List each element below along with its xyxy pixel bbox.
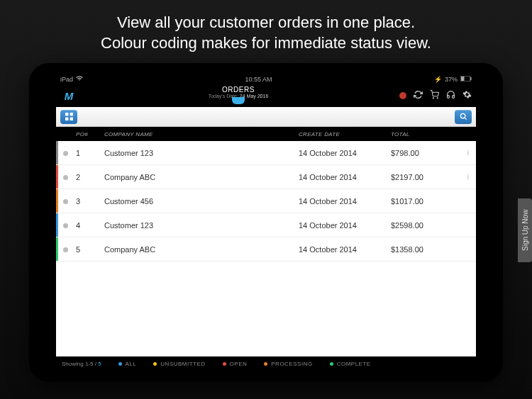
table-row[interactable]: 3 Customer 456 14 October 2014 $1017.00: [56, 189, 476, 213]
status-stripe: [56, 213, 58, 237]
app-footer: Showing 1-5 / 5 ALL UNSUBMITTED OPEN PRO…: [56, 356, 476, 371]
tablet-screen: iPad 10:55 AM ⚡ 37% M ORDERS Today's Dat…: [56, 74, 476, 371]
cell-total: $798.00: [391, 149, 455, 157]
ios-statusbar: iPad 10:55 AM ⚡ 37%: [56, 74, 476, 84]
cart-icon[interactable]: [430, 90, 439, 101]
svg-rect-6: [70, 113, 72, 116]
cell-po: 5: [76, 245, 104, 254]
cell-total: $1358.00: [391, 245, 455, 254]
marketing-headline: View all your customer orders in one pla…: [0, 0, 532, 63]
header-title-block: ORDERS Today's Date: 24 May 2016: [209, 86, 269, 106]
cell-company: Customer 123: [104, 221, 299, 230]
charging-icon: ⚡: [434, 76, 442, 83]
table-row[interactable]: 5 Company ABC 14 October 2014 $1358.00: [56, 237, 476, 262]
toolbar: [56, 107, 476, 127]
cell-date: 14 October 2014: [299, 173, 391, 181]
signup-tab[interactable]: Sign Up Now: [518, 198, 532, 262]
legend-dot-icon: [330, 362, 333, 366]
cell-company: Customer 456: [104, 197, 299, 206]
table-row[interactable]: 4 Customer 123 14 October 2014 $2598.00: [56, 213, 476, 237]
status-stripe: [56, 165, 58, 189]
status-dot-icon: [63, 175, 68, 180]
cell-po: 3: [76, 197, 104, 206]
table-body[interactable]: 1 Customer 123 14 October 2014 $798.00 i…: [56, 141, 476, 356]
cell-po: 2: [76, 173, 104, 181]
app-header: M ORDERS Today's Date: 24 May 2016: [56, 84, 476, 107]
svg-rect-1: [461, 77, 465, 81]
sync-indicator[interactable]: [232, 97, 245, 104]
svg-point-3: [433, 98, 433, 99]
svg-point-4: [437, 98, 438, 99]
table-row[interactable]: 1 Customer 123 14 October 2014 $798.00 i: [56, 141, 476, 165]
legend-dot-icon: [153, 362, 157, 366]
clock: 10:55 AM: [245, 76, 272, 83]
row-action-icon[interactable]: i: [455, 173, 469, 181]
legend-dot-icon: [118, 362, 122, 366]
col-header-po[interactable]: PO#: [76, 131, 104, 137]
grid-view-button[interactable]: [60, 110, 77, 124]
col-header-company[interactable]: COMPANY NAME: [104, 131, 299, 137]
svg-rect-5: [65, 113, 68, 116]
svg-rect-7: [65, 118, 68, 120]
legend-label: COMPLETE: [337, 361, 371, 367]
svg-point-9: [460, 114, 465, 118]
paging-prefix: Showing 1-5 /: [62, 361, 98, 367]
legend-label: PROCESSING: [271, 361, 312, 367]
cell-company: Company ABC: [104, 245, 299, 254]
cell-date: 14 October 2014: [299, 221, 391, 230]
cell-total: $2598.00: [391, 221, 455, 230]
legend-label: OPEN: [230, 361, 248, 367]
cell-company: Customer 123: [104, 149, 299, 157]
legend-unsubmitted[interactable]: UNSUBMITTED: [153, 361, 205, 367]
legend-all[interactable]: ALL: [118, 361, 137, 367]
table-header: PO# COMPANY NAME CREATE DATE TOTAL: [56, 127, 476, 141]
refresh-icon[interactable]: [414, 90, 423, 101]
legend-dot-icon: [264, 362, 267, 366]
legend-complete[interactable]: COMPLETE: [330, 361, 371, 367]
notification-badge[interactable]: [399, 92, 406, 99]
cell-date: 14 October 2014: [299, 245, 391, 254]
legend-processing[interactable]: PROCESSING: [264, 361, 312, 367]
cell-total: $1017.00: [391, 197, 455, 206]
row-action-icon[interactable]: i: [455, 149, 469, 157]
status-dot-icon: [63, 223, 68, 228]
status-stripe: [56, 141, 58, 164]
cell-total: $2197.00: [391, 173, 455, 181]
col-header-date[interactable]: CREATE DATE: [299, 131, 391, 137]
cell-company: Company ABC: [104, 173, 299, 181]
page-title: ORDERS: [209, 86, 269, 94]
headset-icon[interactable]: [446, 90, 455, 101]
wifi-icon: [76, 76, 83, 83]
legend-open[interactable]: OPEN: [223, 361, 248, 367]
battery-percent: 37%: [445, 76, 458, 83]
table-row[interactable]: 2 Company ABC 14 October 2014 $2197.00 i: [56, 165, 476, 189]
svg-rect-2: [470, 77, 472, 80]
device-label: iPad: [60, 76, 73, 83]
cell-po: 1: [76, 149, 104, 157]
status-legend: ALL UNSUBMITTED OPEN PROCESSING COMPLETE: [118, 361, 371, 367]
cell-date: 14 October 2014: [299, 197, 391, 206]
cell-date: 14 October 2014: [299, 149, 391, 157]
paging-summary: Showing 1-5 / 5: [62, 361, 101, 367]
status-dot-icon: [63, 247, 68, 252]
tablet-frame: iPad 10:55 AM ⚡ 37% M ORDERS Today's Dat…: [29, 63, 503, 382]
svg-rect-8: [70, 118, 72, 120]
col-header-total[interactable]: TOTAL: [391, 131, 455, 137]
paging-total: 5: [98, 361, 101, 367]
status-dot-icon: [63, 199, 68, 204]
legend-label: UNSUBMITTED: [160, 361, 205, 367]
search-button[interactable]: [455, 110, 472, 124]
battery-icon: [460, 76, 472, 83]
status-stripe: [56, 189, 58, 213]
app-logo[interactable]: M: [60, 87, 77, 104]
gear-icon[interactable]: [462, 90, 472, 101]
legend-label: ALL: [126, 361, 137, 367]
status-dot-icon: [63, 151, 68, 156]
status-stripe: [56, 237, 58, 261]
svg-line-10: [464, 118, 466, 120]
legend-dot-icon: [223, 362, 226, 366]
cell-po: 4: [76, 221, 104, 230]
